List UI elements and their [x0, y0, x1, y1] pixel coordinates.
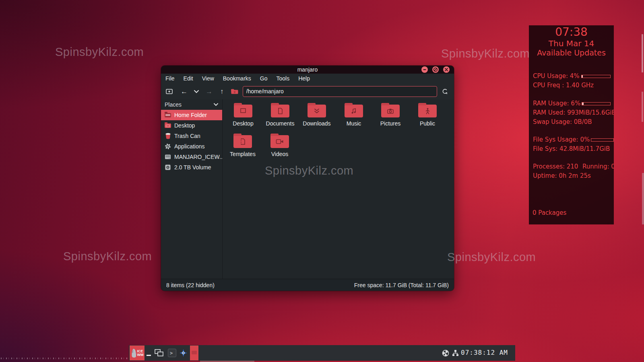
sidebar-item-label: Home Folder: [174, 112, 207, 118]
close-button[interactable]: [443, 66, 450, 73]
compass-launcher-icon[interactable]: [180, 349, 187, 357]
file-documents[interactable]: Documents: [262, 103, 299, 127]
conky-clock: 07:38: [529, 25, 614, 39]
home-folder-icon: [164, 113, 171, 117]
places-header[interactable]: Places: [161, 99, 222, 110]
minimize-button[interactable]: [421, 66, 428, 73]
menu-file[interactable]: File: [165, 75, 175, 82]
file-label: Documents: [262, 120, 299, 127]
menu-tools[interactable]: Tools: [277, 75, 290, 82]
icewm-menu-button[interactable]: ICEWM: [130, 346, 144, 360]
packages-count: 0 Packages: [533, 209, 566, 216]
folder-icon-desktop: [234, 105, 252, 117]
icewm-label: ICEWM: [137, 350, 144, 357]
menu-edit[interactable]: Edit: [184, 75, 193, 82]
uptime-label: Uptime: 0h 2m 25s: [533, 172, 591, 179]
file-videos[interactable]: Videos: [261, 133, 298, 157]
forward-icon[interactable]: →: [206, 88, 213, 95]
folder-icon-music: [345, 105, 363, 117]
menubar: File Edit View Bookmarks Go Tools Help: [161, 74, 454, 83]
ram-usage-bar: [582, 102, 611, 105]
ram-used-label: RAM Used: 993MiB/15.6GiB: [533, 109, 614, 116]
sidebar-item-label: 2.0 TB Volume: [174, 164, 211, 171]
sidebar-item-label: Applications: [174, 143, 205, 150]
taskbar-clock[interactable]: 07:38:12 AM: [461, 349, 508, 356]
up-icon[interactable]: ↑: [220, 88, 224, 95]
reload-icon[interactable]: [442, 88, 448, 95]
window-list-icon[interactable]: [155, 349, 163, 357]
folder-icon-public: [418, 105, 437, 117]
watermark: SpinsbyKilz.com: [265, 164, 353, 177]
desktop-folder-icon: [164, 123, 171, 128]
menu-bookmarks[interactable]: Bookmarks: [223, 75, 251, 82]
sidebar-item-manjaro-volume[interactable]: MANJARO_ICEW...: [161, 152, 222, 162]
trash-icon: [164, 133, 171, 139]
folder-icon-templates: [233, 135, 252, 148]
sidebar-item-home-folder[interactable]: Home Folder: [161, 110, 222, 120]
sidebar-item-applications[interactable]: Applications: [161, 141, 222, 152]
desktop: SpinsbyKilz.com SpinsbyKilz.com SpinsbyK…: [0, 0, 644, 362]
home-icon[interactable]: [231, 88, 239, 95]
file-music[interactable]: Music: [335, 103, 372, 127]
edge-artifact: [642, 173, 644, 224]
file-manager-window: manjaro File Edit View Bookmarks Go Tool…: [161, 66, 454, 291]
folder-icon-downloads: [308, 105, 326, 117]
processes-label: Processes: 210: [533, 163, 578, 170]
menu-view[interactable]: View: [202, 75, 214, 82]
file-pictures[interactable]: Pictures: [372, 103, 409, 127]
file-label: Public: [409, 120, 446, 127]
file-label: Music: [335, 120, 372, 127]
icewm-logo-icon: [131, 348, 137, 358]
toolbar: ← → ↑: [161, 83, 454, 99]
fs-usage-bar: [591, 138, 614, 142]
ram-usage-label: RAM Usage: 6%: [533, 100, 580, 107]
running-label: Running: 0: [582, 163, 614, 170]
new-tab-icon[interactable]: [166, 88, 173, 95]
edge-artifact: [642, 92, 643, 122]
disk-icon: [164, 164, 171, 171]
cpu-usage-label: CPU Usage: 4%: [533, 72, 580, 80]
taskbar: ICEWM > 07:38:12 AM: [129, 345, 515, 361]
file-desktop[interactable]: Desktop: [225, 103, 262, 127]
clipped-desktop-text: [1, 358, 129, 359]
terminal-button[interactable]: >: [168, 349, 176, 357]
menu-help[interactable]: Help: [298, 75, 310, 82]
fs-usage-label: File Sys Usage: 0%: [533, 136, 590, 143]
sidebar-item-desktop[interactable]: Desktop: [161, 120, 222, 131]
sidebar-item-trash[interactable]: Trash Can: [161, 131, 222, 141]
conky-date: Thu Mar 14: [529, 39, 614, 48]
drive-icon: [164, 154, 171, 160]
network-tray-icon[interactable]: [452, 350, 459, 356]
file-templates[interactable]: Templates: [224, 133, 261, 157]
path-input[interactable]: [243, 86, 438, 97]
file-label: Pictures: [372, 120, 409, 127]
maximize-button[interactable]: [432, 66, 439, 73]
file-label: Desktop: [225, 120, 262, 127]
watermark: SpinsbyKilz.com: [55, 45, 144, 59]
file-public[interactable]: Public: [409, 103, 446, 127]
places-sidebar: Places Home Folder Desktop Trash Can: [161, 99, 223, 279]
history-chevron-icon[interactable]: [194, 90, 199, 93]
available-updates-header: Available Updates: [529, 48, 614, 57]
edge-artifact: [642, 34, 643, 72]
chevron-down-icon: [213, 103, 219, 106]
cpu-monitor-tray-icon[interactable]: [442, 350, 449, 357]
show-desktop-button[interactable]: [147, 355, 151, 356]
statusbar: 8 items (22 hidden) Free space: 11.7 GiB…: [161, 279, 454, 291]
file-label: Videos: [261, 151, 298, 157]
file-manager-task-button[interactable]: [190, 346, 198, 360]
swap-usage-label: Swap Usage: 0B/0B: [533, 118, 592, 125]
file-pane[interactable]: Desktop Documents Downloads: [223, 99, 454, 279]
back-icon[interactable]: ←: [181, 88, 188, 95]
sidebar-item-label: Desktop: [174, 122, 195, 129]
sidebar-item-2tb-volume[interactable]: 2.0 TB Volume: [161, 162, 222, 173]
file-downloads[interactable]: Downloads: [298, 103, 335, 127]
file-label: Templates: [224, 151, 261, 157]
menu-go[interactable]: Go: [260, 75, 268, 82]
folder-icon-pictures: [381, 105, 400, 117]
sidebar-item-label: MANJARO_ICEW...: [174, 154, 222, 160]
titlebar[interactable]: manjaro: [161, 66, 454, 74]
window-content: Places Home Folder Desktop Trash Can: [161, 99, 454, 279]
folder-icon-documents: [271, 105, 289, 117]
sidebar-item-label: Trash Can: [174, 133, 200, 139]
